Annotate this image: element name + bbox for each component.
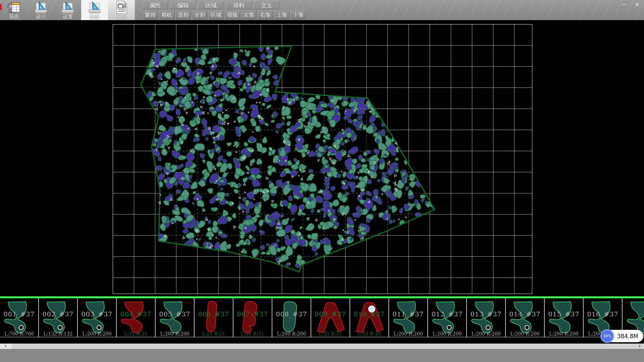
toolbar-item-label: 设置 [63, 14, 73, 19]
tool-button-3[interactable]: 选割 [175, 10, 191, 19]
tool-button-1[interactable]: 聚排 [143, 10, 158, 19]
piece-name: 004_#37 [117, 310, 155, 318]
toolbar-item-label: 排版 [90, 14, 100, 19]
piece-thumbnail-12[interactable]: 012_#37L:200 R:200 [428, 298, 467, 337]
minimize-button[interactable]: ─ [619, 0, 629, 9]
report-icon [114, 1, 129, 14]
menu-tab-4[interactable]: 排料 [226, 1, 252, 9]
piece-thumbnail-8[interactable]: 008_#37L:200 R:200 [272, 298, 311, 337]
menu-tab-1[interactable]: 属性 [143, 1, 168, 9]
scroll-right-arrow[interactable]: › [635, 344, 644, 349]
piece-lr-count: L:200 R:200 [428, 331, 466, 337]
window-controls: ─ ✕ [619, 0, 642, 9]
piece-name: 012_#37 [428, 310, 466, 318]
piece-lr-count: L:200 R:200 [78, 331, 116, 337]
memory-text: 384.8M [617, 333, 638, 340]
toolbar-item-label: 报表 [116, 14, 126, 19]
ruler-icon [60, 1, 75, 14]
tool-button-6[interactable]: 瑕疵 [225, 10, 240, 19]
piece-name: 006_#37 [195, 310, 233, 318]
piece-name: 010_#37 [350, 310, 388, 318]
menu-tab-5[interactable]: 交互 [254, 1, 279, 9]
tool-button-row: 聚排相机选割全割区域瑕疵左靠右靠上靠下靠 [143, 10, 306, 19]
piece-name: 016_#37 [584, 310, 622, 318]
toolbar-item-system[interactable]: 系统 [1, 0, 28, 20]
piece-lr-count: L:700 R:700 [0, 331, 38, 337]
piece-lr-count: L:31 R:31 [117, 331, 155, 337]
piece-name: 015_#37 [545, 310, 583, 318]
piece-thumbnail-9[interactable]: 009_#37L:32 R:31 [311, 298, 350, 337]
tool-button-10[interactable]: 下靠 [290, 10, 306, 19]
percent-indicator: 38% [600, 329, 614, 343]
piece-thumbnail-14[interactable]: 014_#37L:200 R:200 [506, 298, 545, 337]
piece-lr-count: L:200 R:200 [506, 331, 544, 337]
piece-lr-count: L:200 R:200 [467, 331, 505, 337]
toolbar-item-report[interactable]: 报表 [108, 0, 135, 20]
piece-name: 002_#37 [39, 310, 77, 318]
memory-badge[interactable]: 38% 384.8M [601, 330, 643, 342]
piece-thumbnail-15[interactable]: 015_#37L:200 R:200 [545, 298, 584, 337]
nesting-canvas[interactable] [0, 20, 644, 296]
toolbar-item-design[interactable]: 设计 [28, 0, 54, 20]
piece-thumbnail-5[interactable]: 005_#37L:200 R:200 [156, 298, 195, 337]
piece-thumbnail-11[interactable]: 011_#37L:200 R:200 [389, 298, 428, 337]
tool-button-8[interactable]: 右靠 [258, 10, 273, 19]
piece-lr-count: L:132 R:132 [39, 331, 77, 337]
menu-bar: 属性编辑区域排料交互 [143, 1, 279, 9]
strip-gap [0, 337, 644, 344]
piece-name: 008_#37 [272, 310, 311, 318]
piece-lr-count: L:31 R:31 [233, 331, 272, 337]
main-toolbar: 系统 设计 设置 排版 报表 [1, 0, 135, 20]
app-window: 系统 设计 设置 排版 报表 属性编辑区域排料交互 聚排相机选割全割区域瑕疵左靠… [0, 0, 644, 362]
piece-lr-count: L:32 R:31 [311, 331, 350, 337]
status-bar [0, 349, 644, 362]
menu-tab-3[interactable]: 区域 [198, 1, 224, 9]
piece-name: 003_#37 [78, 310, 116, 318]
tool-button-7[interactable]: 左靠 [241, 10, 257, 19]
piece-name: 013_#37 [467, 310, 505, 318]
piece-name: 011_#37 [389, 310, 427, 318]
gear-table-icon [6, 1, 22, 14]
piece-thumbnail-7[interactable]: 007_#37L:31 R:31 [233, 298, 272, 337]
piece-lr-count: L:21 R:21 [195, 331, 233, 337]
menu-tab-2[interactable]: 编辑 [170, 1, 196, 9]
tool-button-4[interactable]: 全割 [192, 10, 207, 19]
tool-button-9[interactable]: 上靠 [274, 10, 289, 19]
piece-lr-count: L:200 R:200 [545, 331, 583, 337]
piece-thumbnail-2[interactable]: 002_#37L:132 R:132 [39, 298, 78, 337]
tool-button-5[interactable]: 区域 [208, 10, 224, 19]
toolbar-item-label: 系统 [9, 14, 19, 19]
scroll-track[interactable] [11, 344, 635, 349]
piece-lr-count: L:33 R:33 [350, 331, 388, 337]
percent-text: 38% [603, 334, 611, 338]
piece-thumbnail-1[interactable]: 001_#37L:700 R:700 [0, 298, 39, 337]
ruler-icon [87, 1, 102, 14]
piece-name: 014_#37 [506, 310, 544, 318]
piece-name: 009_#37 [311, 310, 350, 318]
tool-button-2[interactable]: 相机 [159, 10, 174, 19]
piece-lr-count: L:200 R:200 [389, 331, 427, 337]
piece-lr-count: L:200 R:200 [272, 331, 311, 337]
toolbar-item-setup[interactable]: 设置 [54, 0, 81, 20]
close-button[interactable]: ✕ [632, 0, 642, 9]
piece-lr-count: L:200 R:200 [156, 331, 194, 337]
piece-name: 005_#37 [156, 310, 194, 318]
ruler-icon [33, 1, 49, 14]
horizontal-scrollbar[interactable]: ‹ › [0, 344, 644, 349]
scroll-left-arrow[interactable]: ‹ [0, 344, 11, 349]
piece-thumbnail-10[interactable]: 010_#37L:33 R:33 [350, 298, 389, 337]
piece-thumbnail-6[interactable]: 006_#37L:21 R:21 [195, 298, 233, 337]
piece-name: 001_#37 [0, 310, 38, 318]
piece-thumbnail-3[interactable]: 003_#37L:200 R:200 [78, 298, 117, 337]
piece-thumbnail-4[interactable]: 004_#37L:31 R:31 [117, 298, 156, 337]
toolbar-item-label: 设计 [36, 14, 46, 19]
piece-thumbnail-strip: 001_#37L:700 R:700 002_#37L:132 R:132 00… [0, 298, 644, 337]
titlebar: 系统 设计 设置 排版 报表 属性编辑区域排料交互 聚排相机选割全割区域瑕疵左靠… [0, 0, 644, 20]
piece-name: 007_#37 [233, 310, 272, 318]
piece-thumbnail-13[interactable]: 013_#37L:200 R:200 [467, 298, 506, 337]
toolbar-item-nesting[interactable]: 排版 [81, 0, 108, 20]
